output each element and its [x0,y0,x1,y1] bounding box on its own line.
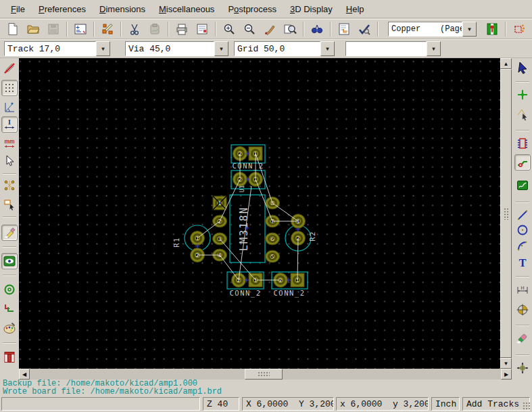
pcb-canvas[interactable]: 21211234876512122121CONN_2LM318NU1R1R2CO… [19,58,500,369]
menu-item-preferences[interactable]: Preferences [32,2,93,16]
layers-manager-button[interactable] [1,349,18,365]
paste-button[interactable] [145,20,165,39]
module-editor-button[interactable] [97,20,118,39]
plot-button[interactable] [192,20,212,39]
track-width-arrow[interactable]: ▼ [96,41,110,56]
toolbar-separator [3,246,16,248]
scroll-up-arrow[interactable]: ▲ [500,58,512,69]
highlight-net-icon [516,88,529,101]
horizontal-scrollbar[interactable]: ◀ ▶ [19,369,512,380]
add-tracks-button[interactable] [514,154,531,170]
track-width-value[interactable]: Track 17,0 [4,41,96,56]
auto-delete-track-button[interactable] [1,225,18,241]
via-size-arrow[interactable]: ▼ [214,41,228,56]
print-button[interactable] [172,20,192,39]
add-target-button[interactable] [514,302,531,318]
drc-check-button[interactable] [354,20,374,39]
menu-item-miscellaneous[interactable]: Miscellaneous [152,2,221,16]
page-settings-icon [74,22,87,36]
units-mm-button[interactable]: mm [1,135,18,152]
add-circle-button[interactable] [514,222,531,238]
redraw-button[interactable] [260,20,280,39]
ratsnest-local-button[interactable] [1,196,18,212]
scroll-left-arrow[interactable]: ◀ [19,369,30,380]
grid-size-value[interactable]: Grid 50,0 [234,41,320,56]
toolbar-separator [516,276,529,277]
zoom-fit-button[interactable] [280,20,300,39]
add-tracks-icon [516,156,529,169]
drc-off-icon [3,62,16,75]
via-size-combo: Via 45,0 ▼ [125,41,228,56]
zoom-select-value[interactable] [345,41,427,56]
grid-icon [3,81,16,95]
zoom-in-icon [222,22,236,36]
units-inch-button[interactable]: I [1,116,18,133]
grid-size-arrow[interactable]: ▼ [320,41,335,56]
via-sketch-mode-button[interactable] [1,281,18,298]
layers-manager-icon [3,350,16,364]
new-file-icon [6,22,20,36]
page-settings-button[interactable] [70,20,91,39]
via-size-value[interactable]: Via 45,0 [125,41,214,56]
add-zones-icon [516,179,529,192]
vertical-scrollbar[interactable]: ▲ ▼ [500,58,512,369]
cursor-shape-button[interactable] [1,153,18,169]
open-board-button[interactable] [23,20,43,39]
status-cursor-abs-field: X 6,0000 Y 3,2000 [242,397,334,411]
cut-button[interactable] [124,20,145,39]
menu-item-postprocess[interactable]: Postprocess [221,2,283,16]
delete-items-button[interactable] [514,330,531,346]
menu-item-dimensions[interactable]: Dimensions [93,2,152,16]
auto-delete-track-icon [3,226,16,239]
add-dimension-button[interactable]: H [514,281,531,298]
add-arc-button[interactable] [514,238,531,254]
scroll-down-arrow[interactable]: ▼ [500,358,512,369]
grid-origin-button[interactable] [514,360,531,376]
save-board-button[interactable] [43,20,64,39]
highlight-net-button[interactable] [514,87,531,103]
local-ratsnest-button[interactable] [514,106,531,122]
scroll-right-arrow[interactable]: ▶ [501,369,512,380]
netlist-button[interactable] [334,20,354,39]
drc-off-button[interactable] [1,60,18,76]
polar-coords-button[interactable] [1,99,18,115]
vertical-scrollbar-thumb[interactable] [500,69,512,358]
zoom-select-arrow[interactable]: ▼ [427,41,441,56]
select-arrow-button[interactable] [514,60,531,76]
high-contrast-button[interactable] [1,320,18,336]
ratsnest-show-button[interactable] [1,177,18,193]
eraser-icon [516,331,529,345]
module-mode-button[interactable] [509,20,529,39]
zoom-in-button[interactable] [219,20,239,39]
grid-toggle-button[interactable] [1,80,18,96]
svg-text:H: H [521,285,524,290]
track-mode-button[interactable] [529,20,532,39]
add-line-button[interactable] [514,207,531,223]
add-text-button[interactable]: T [514,254,531,271]
toolbar-main: Copper (Page ▼ [0,19,532,39]
resize-grip[interactable] [523,402,531,410]
track-sketch-mode-button[interactable] [1,300,18,317]
menu-item-help[interactable]: Help [339,2,371,16]
paste-icon [148,22,162,36]
add-module-button[interactable] [514,135,531,152]
new-board-button[interactable] [3,20,23,39]
status-bar: Z 40 X 6,0000 Y 3,2000 x 6,0000 y 3,2000… [0,396,532,412]
show-zones-button[interactable] [1,253,18,269]
svg-text:mm: mm [4,138,15,145]
layer-select-value[interactable]: Copper (Page [388,22,462,37]
module-mode-icon [512,22,526,36]
menu-item-file[interactable]: File [4,2,32,16]
zoom-out-button[interactable] [239,20,260,39]
layer-select-combo: Copper (Page ▼ [388,22,477,37]
connector-bottom-right-label: CONN_2 [274,289,306,298]
ic-u1-pad-6: 6 [266,233,280,245]
layer-select-arrow[interactable]: ▼ [462,22,477,37]
find-button[interactable] [307,20,327,39]
zoom-fit-icon [283,22,297,36]
layer-pair-button[interactable] [482,20,502,39]
add-zones-button[interactable] [514,177,531,193]
menu-item-3d-display[interactable]: 3D Display [283,2,339,16]
horizontal-scrollbar-thumb[interactable] [245,369,283,380]
save-icon [47,22,60,36]
